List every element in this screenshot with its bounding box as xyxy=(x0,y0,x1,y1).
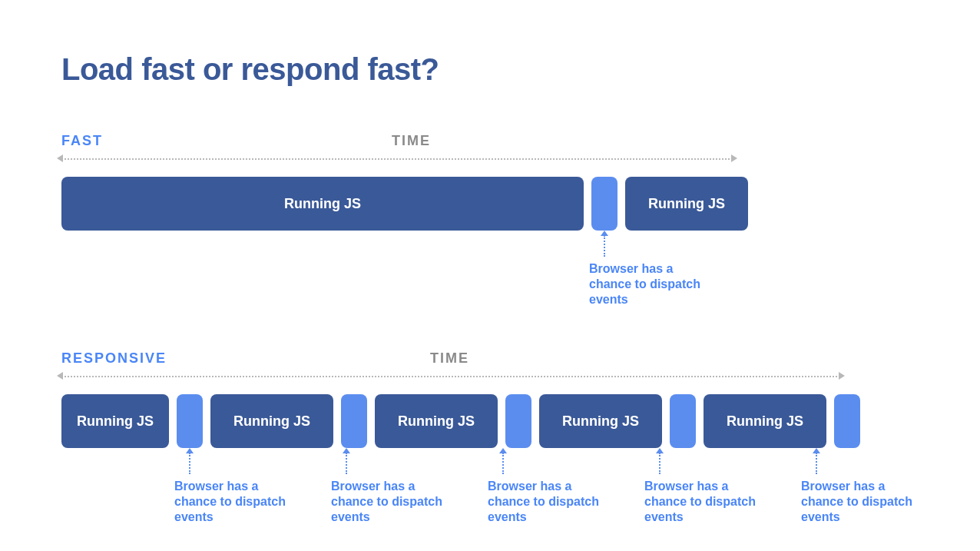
fast-callout-row: Browser has a chance to dispatch events xyxy=(61,231,906,323)
axis-line xyxy=(61,158,730,160)
arrow-stem xyxy=(502,453,504,474)
js-block: Running JS xyxy=(210,394,333,448)
time-label-responsive: TIME xyxy=(430,350,469,367)
gap-block xyxy=(177,394,203,448)
responsive-bar-row: Running JS Running JS Running JS Running… xyxy=(61,394,906,448)
js-block: Running JS xyxy=(704,394,826,448)
js-block-label: Running JS xyxy=(398,413,475,430)
responsive-callout-row: Browser has a chance to dispatch events … xyxy=(61,448,906,551)
responsive-label: RESPONSIVE xyxy=(61,350,167,367)
js-block-label: Running JS xyxy=(562,413,639,430)
arrow-stem xyxy=(346,453,347,474)
gap-block xyxy=(505,394,531,448)
js-block-label: Running JS xyxy=(648,196,725,212)
responsive-axis xyxy=(61,373,845,380)
slide-title: Load fast or respond fast? xyxy=(61,52,906,87)
gap-block xyxy=(591,177,617,231)
callout-text: Browser has a chance to dispatch events xyxy=(589,261,712,307)
js-block: Running JS xyxy=(375,394,498,448)
gap-block xyxy=(670,394,696,448)
arrow-right-icon xyxy=(839,372,845,380)
arrow-stem xyxy=(604,235,605,257)
callout-text: Browser has a chance to dispatch events xyxy=(331,479,454,525)
js-block-label: Running JS xyxy=(77,413,154,430)
callout-text: Browser has a chance to dispatch events xyxy=(174,479,297,525)
js-block: Running JS xyxy=(61,177,584,231)
js-block-label: Running JS xyxy=(233,413,310,430)
js-block-label: Running JS xyxy=(727,413,803,430)
callout-text: Browser has a chance to dispatch events xyxy=(488,479,611,525)
gap-block xyxy=(834,394,860,448)
js-block-label: Running JS xyxy=(284,196,361,212)
axis-line xyxy=(61,376,837,377)
callout-text: Browser has a chance to dispatch events xyxy=(801,479,924,525)
time-label-fast: TIME xyxy=(392,133,431,149)
js-block: Running JS xyxy=(61,394,169,448)
responsive-header: RESPONSIVE TIME xyxy=(61,350,906,367)
gap-block xyxy=(341,394,367,448)
js-block: Running JS xyxy=(625,177,748,231)
arrow-stem xyxy=(189,453,190,474)
fast-header: FAST TIME xyxy=(61,133,906,149)
fast-section: FAST TIME Running JS Running JS Browser … xyxy=(61,133,906,323)
responsive-section: RESPONSIVE TIME Running JS Running JS Ru… xyxy=(61,350,906,551)
arrow-right-icon xyxy=(731,154,737,162)
arrow-stem xyxy=(816,453,817,474)
callout-text: Browser has a chance to dispatch events xyxy=(644,479,767,525)
js-block: Running JS xyxy=(539,394,662,448)
slide: Load fast or respond fast? FAST TIME Run… xyxy=(61,52,906,551)
fast-bar-row: Running JS Running JS xyxy=(61,177,906,231)
fast-axis xyxy=(61,155,737,163)
fast-label: FAST xyxy=(61,133,103,149)
arrow-stem xyxy=(659,453,661,474)
